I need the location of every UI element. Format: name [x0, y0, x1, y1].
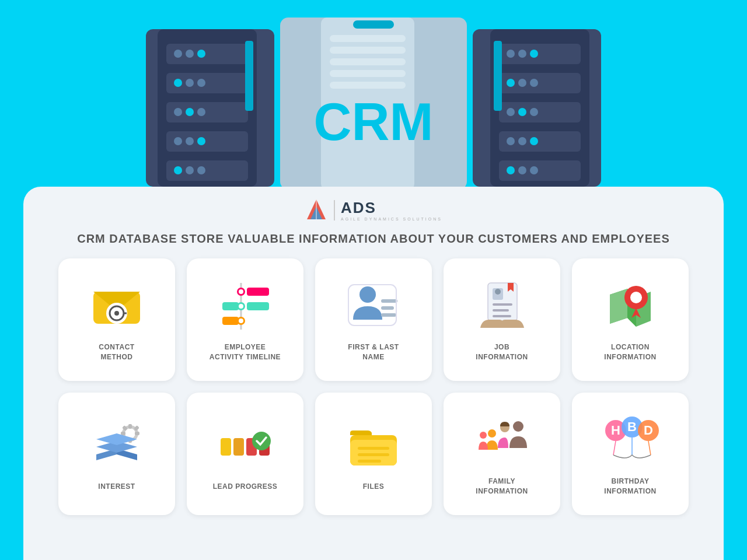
envelope-at-icon [88, 277, 146, 335]
svg-point-17 [197, 137, 205, 145]
svg-point-12 [186, 108, 194, 116]
svg-point-74 [239, 318, 243, 323]
server-svg: CRM [111, 12, 636, 192]
svg-rect-22 [245, 41, 253, 111]
ads-logo-icon [305, 198, 328, 222]
svg-rect-105 [221, 438, 231, 456]
svg-point-35 [518, 108, 526, 116]
svg-point-11 [174, 108, 182, 116]
svg-point-117 [488, 429, 496, 438]
card-first-last-name: FIRST & LASTNAME [315, 258, 432, 381]
svg-point-3 [174, 50, 182, 58]
resume-icon [473, 277, 531, 335]
birthday-icon: H B D [601, 411, 659, 470]
svg-rect-45 [494, 41, 502, 111]
main-title: CRM DATABASE STORE VALUABLE INFORMATION … [77, 230, 670, 247]
svg-point-42 [507, 166, 515, 174]
svg-rect-53 [330, 82, 406, 89]
ads-brand-text: ADS AGILE DYNAMICS SOLUTIONS [341, 199, 442, 221]
ads-logo: ADS AGILE DYNAMICS SOLUTIONS [305, 198, 442, 222]
svg-point-9 [197, 79, 205, 87]
svg-point-20 [186, 166, 194, 174]
svg-point-73 [239, 304, 243, 309]
svg-point-43 [518, 166, 526, 174]
timeline-icon [216, 277, 274, 335]
svg-point-115 [513, 421, 523, 432]
card-files-label: FILES [363, 482, 385, 492]
card-employee-activity: EMPLOYEEACTIVITY TIMELINE [187, 258, 303, 381]
svg-point-13 [197, 108, 205, 116]
svg-rect-51 [330, 58, 406, 65]
cards-grid: CONTACTMETHOD [47, 258, 700, 515]
svg-point-92 [630, 292, 642, 303]
card-employee-activity-label: EMPLOYEEACTIVITY TIMELINE [210, 342, 281, 362]
svg-point-26 [507, 50, 515, 58]
svg-rect-85 [493, 303, 512, 306]
svg-text:D: D [644, 423, 653, 438]
svg-point-36 [530, 108, 538, 116]
layers-icon [88, 416, 146, 475]
card-job-information-label: JOBINFORMATION [476, 342, 528, 362]
svg-rect-52 [330, 70, 406, 77]
svg-point-30 [507, 79, 515, 87]
svg-text:H: H [611, 423, 620, 438]
svg-text:CRM: CRM [314, 93, 434, 151]
main-content-card: ADS AGILE DYNAMICS SOLUTIONS CRM DATABAS… [23, 187, 724, 560]
svg-point-15 [174, 137, 182, 145]
svg-rect-77 [381, 306, 394, 310]
svg-rect-114 [358, 460, 381, 463]
svg-point-75 [359, 286, 376, 303]
card-birthday-information: H B D BIRTHDAYINFORMATION [572, 393, 689, 515]
svg-point-27 [518, 50, 526, 58]
svg-point-39 [518, 137, 526, 145]
svg-rect-78 [381, 313, 396, 317]
svg-line-127 [648, 441, 651, 455]
svg-rect-113 [358, 453, 389, 456]
svg-point-44 [530, 166, 538, 174]
svg-rect-48 [353, 20, 394, 29]
svg-rect-69 [247, 302, 269, 310]
svg-point-34 [507, 108, 515, 116]
folder-icon [344, 416, 403, 475]
cards-row-1: CONTACTMETHOD [47, 258, 700, 381]
svg-rect-87 [493, 315, 511, 317]
svg-point-40 [530, 137, 538, 145]
svg-point-62 [114, 311, 119, 316]
svg-point-83 [495, 289, 501, 295]
card-first-last-name-label: FIRST & LASTNAME [348, 342, 399, 362]
svg-rect-112 [358, 447, 389, 450]
svg-point-38 [507, 137, 515, 145]
family-icon [473, 411, 531, 470]
svg-point-72 [239, 289, 243, 294]
svg-rect-106 [233, 438, 244, 456]
svg-rect-66 [247, 288, 269, 296]
svg-point-8 [186, 79, 194, 87]
card-job-information: JOBINFORMATION [444, 258, 560, 381]
card-family-information: FAMILYINFORMATION [444, 393, 560, 515]
card-interest-label: INTEREST [98, 482, 135, 492]
card-files: FILES [315, 393, 432, 515]
svg-point-31 [518, 79, 526, 87]
card-interest: INTEREST [58, 393, 175, 515]
svg-rect-86 [493, 309, 509, 312]
svg-line-121 [613, 441, 616, 455]
card-lead-progress-label: LEAD PROGRESS [213, 482, 278, 492]
card-family-information-label: FAMILYINFORMATION [476, 477, 528, 496]
svg-point-19 [174, 166, 182, 174]
cards-row-2: INTEREST LEAD PROGRESS [47, 393, 700, 515]
card-contact-method-label: CONTACTMETHOD [99, 342, 134, 362]
svg-point-28 [530, 50, 538, 58]
svg-point-16 [186, 137, 194, 145]
svg-point-109 [252, 432, 271, 450]
card-contact-method: CONTACTMETHOD [58, 258, 175, 381]
svg-rect-76 [381, 299, 397, 303]
svg-text:B: B [627, 419, 637, 434]
svg-rect-98 [135, 432, 139, 435]
svg-rect-68 [222, 302, 239, 310]
server-illustration: CRM [0, 0, 747, 192]
card-birthday-information-label: BIRTHDAYINFORMATION [604, 477, 656, 496]
card-lead-progress: LEAD PROGRESS [187, 393, 303, 515]
map-pin-icon [601, 277, 659, 335]
person-card-icon [344, 277, 403, 335]
svg-point-7 [174, 79, 182, 87]
